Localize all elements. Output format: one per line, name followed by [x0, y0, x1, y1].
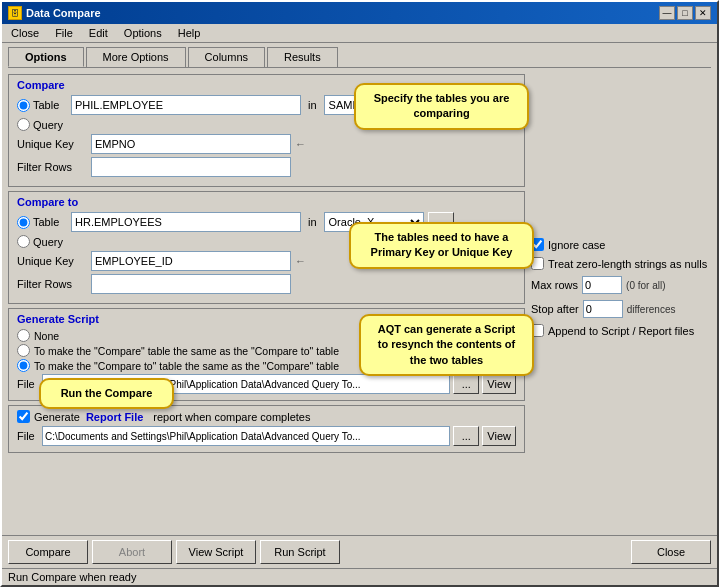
abort-button[interactable]: Abort [92, 540, 172, 564]
compare-unique-key-row: Unique Key ← [17, 134, 516, 154]
tooltip-run-compare: Run the Compare [39, 378, 174, 409]
compare-query-radio-label[interactable]: Query [17, 118, 67, 131]
compare-filter-input[interactable] [91, 157, 291, 177]
compare-to-query-radio[interactable] [17, 235, 30, 248]
report-file-row: File ... View [17, 426, 516, 446]
compare-to-filter-input[interactable] [91, 274, 291, 294]
close-window-button[interactable]: ✕ [695, 6, 711, 20]
right-panel: Ignore case Treat zero-length strings as… [531, 74, 711, 529]
compare-to-filter-row: Filter Rows [17, 274, 516, 294]
compare-section: Compare Table in SAMPLE_X ... [8, 74, 525, 187]
status-bar: Run Compare when ready [2, 568, 717, 585]
report-hint: report when compare completes [153, 411, 310, 423]
compare-table-radio-label[interactable]: Table [17, 99, 67, 112]
tab-columns[interactable]: Columns [188, 47, 265, 67]
treat-zero-label: Treat zero-length strings as nulls [548, 258, 707, 270]
title-bar-left: 🗄 Data Compare [8, 6, 101, 20]
max-rows-hint: (0 for all) [626, 280, 665, 291]
compare-to-query-radio-label[interactable]: Query [17, 235, 67, 248]
tooltip-compare: Specify the tables you are comparing [354, 83, 529, 130]
menu-file[interactable]: File [52, 26, 76, 40]
bottom-bar: Compare Abort View Script Run Script Clo… [2, 535, 717, 568]
title-buttons: — □ ✕ [659, 6, 711, 20]
stop-after-label: Stop after [531, 303, 579, 315]
compare-filter-label: Filter Rows [17, 161, 87, 173]
report-generate-checkbox[interactable] [17, 410, 30, 423]
report-browse-button[interactable]: ... [453, 426, 479, 446]
compare-columns-hint: ← [295, 138, 370, 150]
tab-more-options[interactable]: More Options [86, 47, 186, 67]
compare-to-unique-key-label: Unique Key [17, 255, 87, 267]
compare-table-radio[interactable] [17, 99, 30, 112]
compare-to-title: Compare to [17, 196, 516, 208]
maximize-button[interactable]: □ [677, 6, 693, 20]
compare-button[interactable]: Compare [8, 540, 88, 564]
compare-query-radio[interactable] [17, 118, 30, 131]
generate-view-button[interactable]: View [482, 374, 516, 394]
view-script-button[interactable]: View Script [176, 540, 256, 564]
report-generate-title: Generate [34, 411, 80, 423]
tabs-bar: Options More Options Columns Results [2, 43, 717, 67]
compare-to-table-input[interactable] [71, 212, 301, 232]
compare-table-input[interactable] [71, 95, 301, 115]
stop-after-hint: differences [627, 304, 676, 315]
compare-to-columns-hint: ← [295, 255, 306, 267]
compare-filter-row: Filter Rows [17, 157, 516, 177]
menu-bar: Close File Edit Options Help [2, 24, 717, 43]
report-file-input[interactable] [42, 426, 450, 446]
menu-close[interactable]: Close [8, 26, 42, 40]
tab-options[interactable]: Options [8, 47, 84, 67]
menu-help[interactable]: Help [175, 26, 204, 40]
append-script-label: Append to Script / Report files [548, 325, 694, 337]
compare-unique-key-label: Unique Key [17, 138, 87, 150]
ignore-case-label: Ignore case [548, 239, 605, 251]
report-generate-row: Run the Compare Generate Report File rep… [17, 410, 516, 423]
minimize-button[interactable]: — [659, 6, 675, 20]
generate-none-label: None [34, 330, 59, 342]
menu-options[interactable]: Options [121, 26, 165, 40]
compare-to-unique-key-input[interactable] [91, 251, 291, 271]
report-generate-label[interactable]: Generate [17, 410, 80, 423]
content-area: Compare Table in SAMPLE_X ... [2, 68, 717, 535]
compare-to-table-radio-label[interactable]: Table [17, 216, 67, 229]
title-bar: 🗄 Data Compare — □ ✕ [2, 2, 717, 24]
generate-browse-button[interactable]: ... [453, 374, 479, 394]
stop-after-row: Stop after differences [531, 300, 711, 318]
app-icon: 🗄 [8, 6, 22, 20]
max-rows-input[interactable] [582, 276, 622, 294]
window-title: Data Compare [26, 7, 101, 19]
generate-compare-label: To make the "Compare to" table the same … [34, 360, 339, 372]
append-script-row: Append to Script / Report files [531, 324, 711, 337]
compare-to-section: Compare to Table in Oracle_X ... [8, 191, 525, 304]
compare-to-table-radio[interactable] [17, 216, 30, 229]
compare-unique-key-input[interactable] [91, 134, 291, 154]
tooltip-compare-to: The tables need to have aPrimary Key or … [349, 222, 534, 269]
max-rows-label: Max rows [531, 279, 578, 291]
tooltip-generate-script: AQT can generate a Scriptto resynch the … [359, 314, 534, 376]
status-text: Run Compare when ready [8, 571, 136, 583]
report-file-label: File [17, 430, 39, 442]
menu-edit[interactable]: Edit [86, 26, 111, 40]
main-window: 🗄 Data Compare — □ ✕ Close File Edit Opt… [0, 0, 719, 587]
tab-results[interactable]: Results [267, 47, 338, 67]
close-button[interactable]: Close [631, 540, 711, 564]
compare-in-label: in [308, 99, 317, 111]
left-content: Compare Table in SAMPLE_X ... [8, 74, 525, 529]
generate-none-radio[interactable] [17, 329, 30, 342]
treat-zero-row: Treat zero-length strings as nulls [531, 257, 711, 270]
generate-file-label: File [17, 378, 39, 390]
report-view-button[interactable]: View [482, 426, 516, 446]
run-script-button[interactable]: Run Script [260, 540, 340, 564]
report-section-title: Report File [86, 411, 143, 423]
max-rows-row: Max rows (0 for all) [531, 276, 711, 294]
ignore-case-row: Ignore case [531, 238, 711, 251]
report-file-section: Run the Compare Generate Report File rep… [8, 405, 525, 453]
generate-compare-to-label: To make the "Compare" table the same as … [34, 345, 339, 357]
stop-after-input[interactable] [583, 300, 623, 318]
compare-to-filter-label: Filter Rows [17, 278, 87, 290]
generate-compare-radio[interactable] [17, 359, 30, 372]
compare-to-in-label: in [308, 216, 317, 228]
generate-compare-to-radio[interactable] [17, 344, 30, 357]
